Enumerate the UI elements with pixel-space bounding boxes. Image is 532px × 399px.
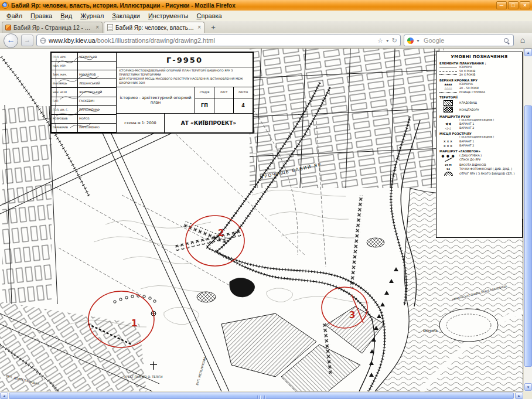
description-line-2: ДЛЯ УТОЧНЕННЯ МІСЦЬ МАСОВОГО РОЗСТРІЛУ Н… bbox=[119, 77, 250, 85]
route-arrows-filled-icon: ◀◀ bbox=[439, 122, 457, 125]
sheets-label: ЛИСТІВ bbox=[234, 87, 253, 98]
stamp-role: ФАХІВЕЦЬ bbox=[52, 79, 78, 87]
stamp-role: ГАП bbox=[52, 97, 78, 105]
legend-note: ( ЗА СПОГАДАМИ СВІДКІВ ) bbox=[459, 118, 519, 121]
forward-button[interactable]: → bbox=[21, 35, 33, 46]
window-title-bar[interactable]: Бабий Яр: человек, власть, история. Иллю… bbox=[0, 0, 532, 11]
window-title: Бабий Яр: человек, власть, история. Иллю… bbox=[11, 2, 495, 9]
menu-history[interactable]: Журнал bbox=[76, 12, 108, 20]
maximize-button[interactable]: □ bbox=[508, 1, 519, 9]
legend-label: ОТРОГ ЯРУ ( З ЯКОГО ВИЙШОВ СЕЛ. ) bbox=[459, 172, 514, 175]
tab-forum[interactable]: Бабий Яр - Страница 12 - Форум сайт... × bbox=[2, 22, 103, 33]
url-bar[interactable]: www.kby.kiev.ua/book1/illustrations/draw… bbox=[36, 35, 401, 46]
search-box[interactable]: ▼ bbox=[404, 35, 514, 46]
line-dotted-icon bbox=[439, 74, 457, 75]
legend-note: ( ЗА СПОГАДАМИ СВІДКІВ ) bbox=[459, 135, 519, 138]
url-dropdown-icon[interactable]: ▼ bbox=[386, 39, 390, 43]
legend-label: КЛАДОВИЩ bbox=[459, 101, 477, 104]
stamp-role: ГОЛ. АРХ. bbox=[52, 53, 78, 61]
back-button[interactable]: ← bbox=[4, 33, 18, 48]
city-grid bbox=[250, 49, 445, 188]
tab-close-icon[interactable]: × bbox=[197, 25, 201, 30]
page-content: 1 2 3 УРОЧИЩЕ БАБИЙ ЯР МЕНОРА КИРИЛІВСЬК… bbox=[0, 49, 523, 391]
sheet-label: ЛИСТ bbox=[214, 87, 234, 98]
legend-section-ravine-edge: ВЕРХНЯ КРОМКА ЯРУ bbox=[439, 79, 519, 82]
menu-edit[interactable]: Правка bbox=[26, 12, 56, 20]
scroll-down-button[interactable]: ▼ bbox=[524, 383, 532, 391]
legend-label: ІСНУЮЧА bbox=[459, 83, 473, 86]
tab-close-icon[interactable]: × bbox=[96, 25, 99, 30]
legend-section-gas-van: МАРШРУТ «ГАЗВЕГОН» bbox=[439, 149, 519, 153]
new-tab-button[interactable]: + bbox=[207, 23, 220, 33]
menu-help[interactable]: Справка bbox=[193, 12, 226, 20]
vertical-scroll-thumb[interactable] bbox=[524, 105, 532, 367]
menu-bookmarks[interactable]: Закладки bbox=[108, 12, 144, 20]
legend-label: ВАРІАНТ 2 bbox=[459, 144, 474, 147]
stamp-name: МИХАЙЛОВ bbox=[78, 73, 116, 76]
dots-route-icon: ● ● ● bbox=[439, 154, 457, 158]
x-marks-icon: ××× bbox=[439, 144, 457, 148]
legend-label: 20 Х РОКІВ bbox=[459, 73, 475, 76]
menu-file[interactable]: Файл bbox=[2, 12, 26, 20]
horizontal-scroll-thumb[interactable] bbox=[9, 393, 514, 399]
scroll-up-button[interactable]: ▲ bbox=[524, 49, 532, 56]
browser-window: Бабий Яр: человек, власть, история. Иллю… bbox=[0, 0, 532, 399]
slope-height-icon: 25 М bbox=[439, 163, 457, 166]
signature-stamp-table: ГОЛ. АРХ.ЧЕКМАРЬОВ НАЧ. УПР. ЗАМ. НАЧ.МИ… bbox=[52, 53, 117, 132]
stamp-name: ПАРХОМЕНКО bbox=[78, 108, 116, 111]
legend-label: ( ДУШОГУБКА ) bbox=[459, 154, 482, 157]
tab-label: Бабий Яр - Страница 12 - Форум сайт... bbox=[13, 25, 93, 31]
label-menorah: МЕНОРА bbox=[423, 329, 438, 333]
bookmark-star-icon[interactable]: ☆ bbox=[377, 37, 383, 44]
legend-label: ТОЧКИ ФОТОФІКСАЦІЇ ( ДИВ. ДОД. ) bbox=[459, 168, 512, 170]
navigation-bar: ← → www.kby.kiev.ua/book1/illustrations/… bbox=[0, 33, 532, 49]
organization-name: АТ «КИЇВПРОЕКТ» bbox=[165, 114, 253, 132]
reload-icon[interactable]: ↻ bbox=[392, 37, 397, 44]
legend-label: ВАРІАНТ 1 bbox=[459, 140, 474, 143]
stamp-role: НАЧ. УПР. bbox=[52, 62, 78, 70]
legend-section-territories: ТЕРИТОРІЇ bbox=[439, 96, 519, 99]
drawing-description: ІСТОРИКО-МІСТОБУДІВЕЛЬНИЙ ОПОРНИЙ ПЛАН Т… bbox=[117, 67, 253, 87]
legend-label: КОНЦТАБОРУ bbox=[459, 108, 479, 111]
vertical-scrollbar[interactable]: ▲ ▼ bbox=[523, 49, 532, 391]
horizontal-scrollbar[interactable]: ◄ ► bbox=[0, 391, 523, 399]
scrollbar-corner bbox=[523, 391, 532, 399]
map-title-block: ГОЛ. АРХ.ЧЕКМАРЬОВ НАЧ. УПР. ЗАМ. НАЧ.МИ… bbox=[50, 52, 254, 134]
scroll-left-button[interactable]: ◄ bbox=[0, 393, 8, 399]
scroll-right-button[interactable]: ► bbox=[515, 393, 523, 399]
menu-view[interactable]: Вид bbox=[56, 12, 76, 20]
minimize-button[interactable]: ─ bbox=[496, 1, 507, 9]
legend-label: СПУСК ДО ЯРУ bbox=[459, 158, 480, 161]
stamp-role: РОЗРОБИВ bbox=[52, 115, 78, 123]
stamp-role: НАЧ. АГіМ bbox=[52, 88, 78, 96]
scroll-grip bbox=[257, 391, 266, 399]
label-cross: ХРЕСТ ПАМ'ЯТІ О. ТЕЛІГИ bbox=[124, 375, 163, 378]
search-engine-dropdown-icon[interactable]: ▼ bbox=[416, 39, 420, 43]
stamp-name: ЧЕКМАРЬОВ bbox=[78, 56, 116, 59]
ravine-edge-old-icon: △△△△ bbox=[439, 87, 457, 90]
menu-tools[interactable]: Инструменты bbox=[144, 12, 193, 20]
stage-label: СТАДІЯ bbox=[195, 87, 214, 98]
legend-section-planning: ЕЛЕМЕНТИ ПЛАНУВАННЯ : bbox=[439, 62, 519, 65]
url-path: /book1/illustrations/drawing/drawing2.ht… bbox=[96, 37, 215, 44]
tab-illustrations-active[interactable]: Бабий Яр: человек, власть, история. ... … bbox=[104, 22, 204, 33]
site-2-number: 2 bbox=[218, 228, 224, 238]
globe-icon bbox=[40, 37, 46, 44]
tab-bar: Бабий Яр - Страница 12 - Форум сайт... ×… bbox=[0, 21, 532, 33]
close-button[interactable]: × bbox=[520, 1, 530, 9]
stamp-name: ЖЕЛТОВСЬКИЙ bbox=[78, 91, 116, 94]
search-input[interactable] bbox=[422, 36, 502, 45]
sheets-value: 4 bbox=[234, 98, 253, 113]
camp-crosshatch-icon bbox=[444, 107, 453, 112]
url-text[interactable]: www.kby.kiev.ua/book1/illustrations/draw… bbox=[49, 37, 375, 44]
ravine-edge-solid-icon: ▲▲▲▲ bbox=[439, 83, 457, 86]
line-dashed-icon bbox=[439, 71, 457, 71]
map-scale: схема м 1: 2000 bbox=[117, 114, 165, 132]
search-icon[interactable] bbox=[504, 38, 510, 43]
home-button[interactable]: ⌂ bbox=[517, 35, 528, 46]
legend-label: 50 Х РОКІВ bbox=[459, 70, 475, 73]
stage-value: ГП bbox=[195, 98, 214, 113]
stage-table: СТАДІЯ ЛИСТ ЛИСТІВ ГП 4 bbox=[195, 87, 253, 113]
legend-label: ВИСОТА ВІДКОСІВ bbox=[459, 163, 486, 166]
stamp-name: ПАРХОМЕНКО bbox=[78, 126, 116, 129]
